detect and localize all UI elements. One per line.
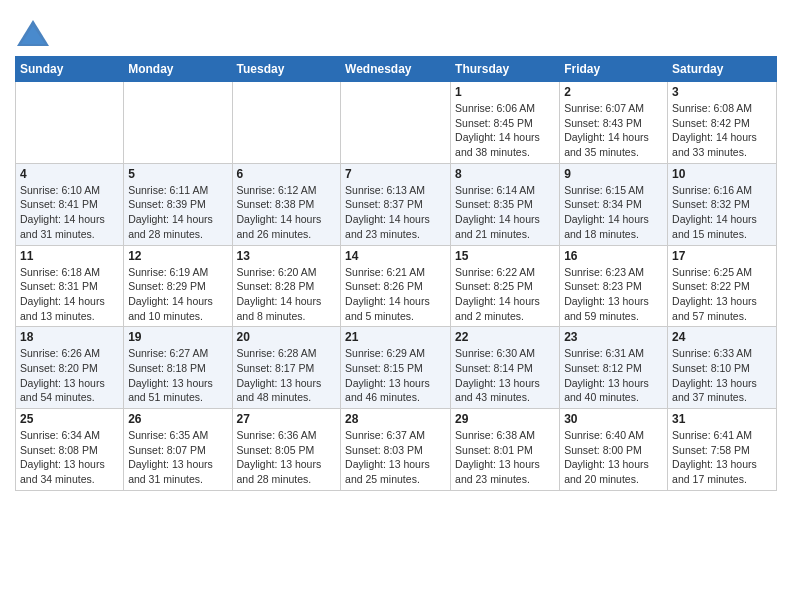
column-header-sunday: Sunday [16,57,124,82]
day-number: 8 [455,167,555,181]
day-number: 11 [20,249,119,263]
calendar-cell: 14Sunrise: 6:21 AM Sunset: 8:26 PM Dayli… [341,245,451,327]
day-number: 12 [128,249,227,263]
day-number: 9 [564,167,663,181]
day-number: 6 [237,167,337,181]
calendar-cell: 2Sunrise: 6:07 AM Sunset: 8:43 PM Daylig… [560,82,668,164]
calendar-cell [16,82,124,164]
calendar-cell: 10Sunrise: 6:16 AM Sunset: 8:32 PM Dayli… [668,163,777,245]
calendar-cell: 7Sunrise: 6:13 AM Sunset: 8:37 PM Daylig… [341,163,451,245]
day-number: 23 [564,330,663,344]
day-number: 13 [237,249,337,263]
column-header-thursday: Thursday [451,57,560,82]
day-number: 4 [20,167,119,181]
day-number: 20 [237,330,337,344]
day-number: 2 [564,85,663,99]
day-number: 14 [345,249,446,263]
calendar-cell: 27Sunrise: 6:36 AM Sunset: 8:05 PM Dayli… [232,409,341,491]
day-detail: Sunrise: 6:30 AM Sunset: 8:14 PM Dayligh… [455,346,555,405]
day-detail: Sunrise: 6:23 AM Sunset: 8:23 PM Dayligh… [564,265,663,324]
calendar-table: SundayMondayTuesdayWednesdayThursdayFrid… [15,56,777,491]
day-number: 21 [345,330,446,344]
calendar-cell [232,82,341,164]
day-detail: Sunrise: 6:10 AM Sunset: 8:41 PM Dayligh… [20,183,119,242]
day-number: 31 [672,412,772,426]
day-detail: Sunrise: 6:13 AM Sunset: 8:37 PM Dayligh… [345,183,446,242]
calendar-cell: 23Sunrise: 6:31 AM Sunset: 8:12 PM Dayli… [560,327,668,409]
column-header-tuesday: Tuesday [232,57,341,82]
day-detail: Sunrise: 6:06 AM Sunset: 8:45 PM Dayligh… [455,101,555,160]
calendar-cell: 4Sunrise: 6:10 AM Sunset: 8:41 PM Daylig… [16,163,124,245]
day-detail: Sunrise: 6:15 AM Sunset: 8:34 PM Dayligh… [564,183,663,242]
day-number: 3 [672,85,772,99]
day-detail: Sunrise: 6:07 AM Sunset: 8:43 PM Dayligh… [564,101,663,160]
day-number: 17 [672,249,772,263]
day-detail: Sunrise: 6:18 AM Sunset: 8:31 PM Dayligh… [20,265,119,324]
calendar-cell: 25Sunrise: 6:34 AM Sunset: 8:08 PM Dayli… [16,409,124,491]
day-detail: Sunrise: 6:22 AM Sunset: 8:25 PM Dayligh… [455,265,555,324]
calendar-cell [124,82,232,164]
day-number: 22 [455,330,555,344]
day-number: 28 [345,412,446,426]
day-number: 19 [128,330,227,344]
column-header-monday: Monday [124,57,232,82]
day-number: 10 [672,167,772,181]
calendar-cell: 9Sunrise: 6:15 AM Sunset: 8:34 PM Daylig… [560,163,668,245]
calendar-cell: 24Sunrise: 6:33 AM Sunset: 8:10 PM Dayli… [668,327,777,409]
day-number: 27 [237,412,337,426]
calendar-cell: 31Sunrise: 6:41 AM Sunset: 7:58 PM Dayli… [668,409,777,491]
day-detail: Sunrise: 6:37 AM Sunset: 8:03 PM Dayligh… [345,428,446,487]
calendar-cell: 3Sunrise: 6:08 AM Sunset: 8:42 PM Daylig… [668,82,777,164]
column-header-wednesday: Wednesday [341,57,451,82]
calendar-cell: 8Sunrise: 6:14 AM Sunset: 8:35 PM Daylig… [451,163,560,245]
day-detail: Sunrise: 6:12 AM Sunset: 8:38 PM Dayligh… [237,183,337,242]
calendar-cell [341,82,451,164]
calendar-cell: 28Sunrise: 6:37 AM Sunset: 8:03 PM Dayli… [341,409,451,491]
calendar-week-row: 4Sunrise: 6:10 AM Sunset: 8:41 PM Daylig… [16,163,777,245]
day-detail: Sunrise: 6:14 AM Sunset: 8:35 PM Dayligh… [455,183,555,242]
day-detail: Sunrise: 6:28 AM Sunset: 8:17 PM Dayligh… [237,346,337,405]
day-number: 25 [20,412,119,426]
calendar-cell: 19Sunrise: 6:27 AM Sunset: 8:18 PM Dayli… [124,327,232,409]
day-number: 1 [455,85,555,99]
calendar-cell: 15Sunrise: 6:22 AM Sunset: 8:25 PM Dayli… [451,245,560,327]
day-number: 24 [672,330,772,344]
calendar-cell: 5Sunrise: 6:11 AM Sunset: 8:39 PM Daylig… [124,163,232,245]
day-detail: Sunrise: 6:29 AM Sunset: 8:15 PM Dayligh… [345,346,446,405]
calendar-week-row: 1Sunrise: 6:06 AM Sunset: 8:45 PM Daylig… [16,82,777,164]
day-number: 18 [20,330,119,344]
day-detail: Sunrise: 6:19 AM Sunset: 8:29 PM Dayligh… [128,265,227,324]
day-number: 16 [564,249,663,263]
calendar-cell: 16Sunrise: 6:23 AM Sunset: 8:23 PM Dayli… [560,245,668,327]
column-header-saturday: Saturday [668,57,777,82]
calendar-cell: 18Sunrise: 6:26 AM Sunset: 8:20 PM Dayli… [16,327,124,409]
calendar-cell: 21Sunrise: 6:29 AM Sunset: 8:15 PM Dayli… [341,327,451,409]
day-detail: Sunrise: 6:41 AM Sunset: 7:58 PM Dayligh… [672,428,772,487]
day-detail: Sunrise: 6:20 AM Sunset: 8:28 PM Dayligh… [237,265,337,324]
day-detail: Sunrise: 6:38 AM Sunset: 8:01 PM Dayligh… [455,428,555,487]
day-number: 7 [345,167,446,181]
day-number: 30 [564,412,663,426]
calendar-cell: 26Sunrise: 6:35 AM Sunset: 8:07 PM Dayli… [124,409,232,491]
calendar-cell: 12Sunrise: 6:19 AM Sunset: 8:29 PM Dayli… [124,245,232,327]
logo-icon [15,18,51,48]
day-detail: Sunrise: 6:11 AM Sunset: 8:39 PM Dayligh… [128,183,227,242]
day-detail: Sunrise: 6:34 AM Sunset: 8:08 PM Dayligh… [20,428,119,487]
day-detail: Sunrise: 6:27 AM Sunset: 8:18 PM Dayligh… [128,346,227,405]
calendar-cell: 29Sunrise: 6:38 AM Sunset: 8:01 PM Dayli… [451,409,560,491]
calendar-cell: 17Sunrise: 6:25 AM Sunset: 8:22 PM Dayli… [668,245,777,327]
day-number: 29 [455,412,555,426]
logo [15,18,55,48]
calendar-week-row: 18Sunrise: 6:26 AM Sunset: 8:20 PM Dayli… [16,327,777,409]
day-number: 26 [128,412,227,426]
column-header-friday: Friday [560,57,668,82]
calendar-cell: 6Sunrise: 6:12 AM Sunset: 8:38 PM Daylig… [232,163,341,245]
calendar-cell: 1Sunrise: 6:06 AM Sunset: 8:45 PM Daylig… [451,82,560,164]
calendar-week-row: 11Sunrise: 6:18 AM Sunset: 8:31 PM Dayli… [16,245,777,327]
calendar-cell: 13Sunrise: 6:20 AM Sunset: 8:28 PM Dayli… [232,245,341,327]
day-detail: Sunrise: 6:16 AM Sunset: 8:32 PM Dayligh… [672,183,772,242]
page-header [15,10,777,48]
day-detail: Sunrise: 6:33 AM Sunset: 8:10 PM Dayligh… [672,346,772,405]
calendar-week-row: 25Sunrise: 6:34 AM Sunset: 8:08 PM Dayli… [16,409,777,491]
day-detail: Sunrise: 6:40 AM Sunset: 8:00 PM Dayligh… [564,428,663,487]
